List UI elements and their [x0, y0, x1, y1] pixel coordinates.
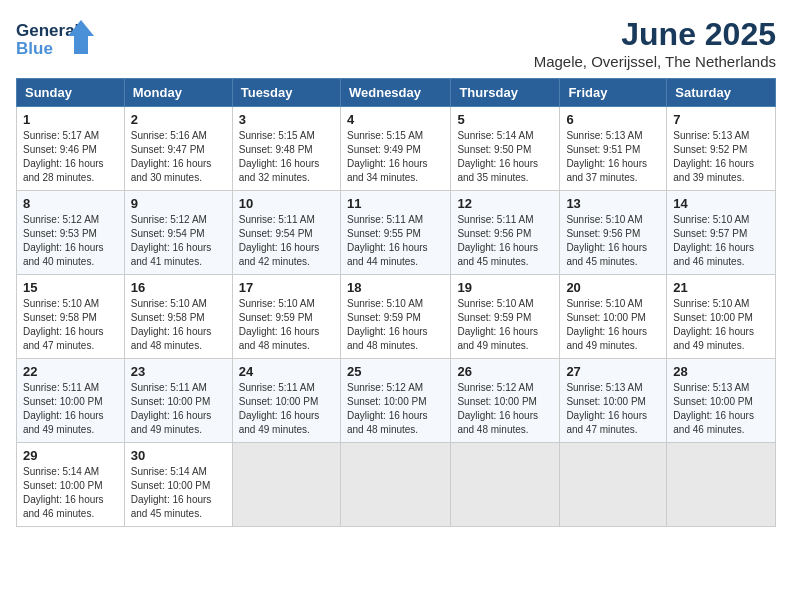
weekday-header: Sunday	[17, 79, 125, 107]
day-number: 26	[457, 364, 553, 379]
day-info: Sunrise: 5:13 AM Sunset: 9:52 PM Dayligh…	[673, 129, 769, 185]
calendar-day-cell	[232, 443, 340, 527]
day-number: 23	[131, 364, 226, 379]
calendar-day-cell: 19Sunrise: 5:10 AM Sunset: 9:59 PM Dayli…	[451, 275, 560, 359]
calendar-day-cell: 16Sunrise: 5:10 AM Sunset: 9:58 PM Dayli…	[124, 275, 232, 359]
weekday-header: Thursday	[451, 79, 560, 107]
day-number: 13	[566, 196, 660, 211]
calendar-day-cell	[560, 443, 667, 527]
calendar-day-cell: 20Sunrise: 5:10 AM Sunset: 10:00 PM Dayl…	[560, 275, 667, 359]
day-info: Sunrise: 5:11 AM Sunset: 10:00 PM Daylig…	[23, 381, 118, 437]
weekday-header: Friday	[560, 79, 667, 107]
calendar-day-cell: 21Sunrise: 5:10 AM Sunset: 10:00 PM Dayl…	[667, 275, 776, 359]
calendar-day-cell: 13Sunrise: 5:10 AM Sunset: 9:56 PM Dayli…	[560, 191, 667, 275]
page-header: GeneralBlue June 2025 Magele, Overijssel…	[16, 16, 776, 70]
day-number: 9	[131, 196, 226, 211]
calendar-day-cell: 26Sunrise: 5:12 AM Sunset: 10:00 PM Dayl…	[451, 359, 560, 443]
day-number: 29	[23, 448, 118, 463]
day-info: Sunrise: 5:11 AM Sunset: 10:00 PM Daylig…	[131, 381, 226, 437]
calendar-day-cell: 5Sunrise: 5:14 AM Sunset: 9:50 PM Daylig…	[451, 107, 560, 191]
day-info: Sunrise: 5:15 AM Sunset: 9:49 PM Dayligh…	[347, 129, 444, 185]
day-number: 21	[673, 280, 769, 295]
day-number: 8	[23, 196, 118, 211]
calendar-day-cell: 29Sunrise: 5:14 AM Sunset: 10:00 PM Dayl…	[17, 443, 125, 527]
calendar-week-row: 8Sunrise: 5:12 AM Sunset: 9:53 PM Daylig…	[17, 191, 776, 275]
day-number: 30	[131, 448, 226, 463]
day-info: Sunrise: 5:10 AM Sunset: 10:00 PM Daylig…	[673, 297, 769, 353]
day-number: 4	[347, 112, 444, 127]
day-number: 28	[673, 364, 769, 379]
day-info: Sunrise: 5:10 AM Sunset: 9:56 PM Dayligh…	[566, 213, 660, 269]
day-info: Sunrise: 5:12 AM Sunset: 10:00 PM Daylig…	[347, 381, 444, 437]
calendar-day-cell: 2Sunrise: 5:16 AM Sunset: 9:47 PM Daylig…	[124, 107, 232, 191]
day-number: 27	[566, 364, 660, 379]
weekday-header: Monday	[124, 79, 232, 107]
day-number: 5	[457, 112, 553, 127]
calendar-week-row: 15Sunrise: 5:10 AM Sunset: 9:58 PM Dayli…	[17, 275, 776, 359]
day-number: 20	[566, 280, 660, 295]
day-info: Sunrise: 5:10 AM Sunset: 9:59 PM Dayligh…	[347, 297, 444, 353]
day-info: Sunrise: 5:12 AM Sunset: 9:53 PM Dayligh…	[23, 213, 118, 269]
day-number: 2	[131, 112, 226, 127]
day-info: Sunrise: 5:11 AM Sunset: 10:00 PM Daylig…	[239, 381, 334, 437]
calendar-day-cell: 18Sunrise: 5:10 AM Sunset: 9:59 PM Dayli…	[340, 275, 450, 359]
day-info: Sunrise: 5:16 AM Sunset: 9:47 PM Dayligh…	[131, 129, 226, 185]
calendar-day-cell: 3Sunrise: 5:15 AM Sunset: 9:48 PM Daylig…	[232, 107, 340, 191]
logo: GeneralBlue	[16, 16, 96, 60]
day-number: 1	[23, 112, 118, 127]
weekday-header: Saturday	[667, 79, 776, 107]
calendar-table: SundayMondayTuesdayWednesdayThursdayFrid…	[16, 78, 776, 527]
day-number: 24	[239, 364, 334, 379]
day-number: 6	[566, 112, 660, 127]
day-info: Sunrise: 5:10 AM Sunset: 9:59 PM Dayligh…	[457, 297, 553, 353]
calendar-day-cell: 30Sunrise: 5:14 AM Sunset: 10:00 PM Dayl…	[124, 443, 232, 527]
calendar-week-row: 29Sunrise: 5:14 AM Sunset: 10:00 PM Dayl…	[17, 443, 776, 527]
day-info: Sunrise: 5:17 AM Sunset: 9:46 PM Dayligh…	[23, 129, 118, 185]
day-info: Sunrise: 5:14 AM Sunset: 10:00 PM Daylig…	[131, 465, 226, 521]
calendar-day-cell: 22Sunrise: 5:11 AM Sunset: 10:00 PM Dayl…	[17, 359, 125, 443]
day-number: 10	[239, 196, 334, 211]
day-info: Sunrise: 5:13 AM Sunset: 9:51 PM Dayligh…	[566, 129, 660, 185]
day-info: Sunrise: 5:14 AM Sunset: 10:00 PM Daylig…	[23, 465, 118, 521]
logo-svg: GeneralBlue	[16, 16, 96, 60]
calendar-day-cell: 4Sunrise: 5:15 AM Sunset: 9:49 PM Daylig…	[340, 107, 450, 191]
day-info: Sunrise: 5:12 AM Sunset: 9:54 PM Dayligh…	[131, 213, 226, 269]
calendar-day-cell: 12Sunrise: 5:11 AM Sunset: 9:56 PM Dayli…	[451, 191, 560, 275]
day-number: 16	[131, 280, 226, 295]
calendar-day-cell: 1Sunrise: 5:17 AM Sunset: 9:46 PM Daylig…	[17, 107, 125, 191]
calendar-day-cell: 7Sunrise: 5:13 AM Sunset: 9:52 PM Daylig…	[667, 107, 776, 191]
calendar-day-cell: 24Sunrise: 5:11 AM Sunset: 10:00 PM Dayl…	[232, 359, 340, 443]
day-info: Sunrise: 5:11 AM Sunset: 9:54 PM Dayligh…	[239, 213, 334, 269]
calendar-header-row: SundayMondayTuesdayWednesdayThursdayFrid…	[17, 79, 776, 107]
location: Magele, Overijssel, The Netherlands	[534, 53, 776, 70]
day-info: Sunrise: 5:11 AM Sunset: 9:56 PM Dayligh…	[457, 213, 553, 269]
calendar-day-cell: 14Sunrise: 5:10 AM Sunset: 9:57 PM Dayli…	[667, 191, 776, 275]
calendar-day-cell: 23Sunrise: 5:11 AM Sunset: 10:00 PM Dayl…	[124, 359, 232, 443]
calendar-week-row: 1Sunrise: 5:17 AM Sunset: 9:46 PM Daylig…	[17, 107, 776, 191]
day-info: Sunrise: 5:13 AM Sunset: 10:00 PM Daylig…	[566, 381, 660, 437]
calendar-day-cell: 6Sunrise: 5:13 AM Sunset: 9:51 PM Daylig…	[560, 107, 667, 191]
day-info: Sunrise: 5:11 AM Sunset: 9:55 PM Dayligh…	[347, 213, 444, 269]
day-number: 11	[347, 196, 444, 211]
title-block: June 2025 Magele, Overijssel, The Nether…	[534, 16, 776, 70]
day-number: 12	[457, 196, 553, 211]
day-info: Sunrise: 5:13 AM Sunset: 10:00 PM Daylig…	[673, 381, 769, 437]
day-number: 18	[347, 280, 444, 295]
calendar-day-cell: 9Sunrise: 5:12 AM Sunset: 9:54 PM Daylig…	[124, 191, 232, 275]
day-info: Sunrise: 5:14 AM Sunset: 9:50 PM Dayligh…	[457, 129, 553, 185]
day-number: 14	[673, 196, 769, 211]
day-info: Sunrise: 5:10 AM Sunset: 9:59 PM Dayligh…	[239, 297, 334, 353]
day-number: 3	[239, 112, 334, 127]
day-number: 19	[457, 280, 553, 295]
weekday-header: Tuesday	[232, 79, 340, 107]
calendar-day-cell	[340, 443, 450, 527]
day-info: Sunrise: 5:15 AM Sunset: 9:48 PM Dayligh…	[239, 129, 334, 185]
calendar-day-cell: 17Sunrise: 5:10 AM Sunset: 9:59 PM Dayli…	[232, 275, 340, 359]
calendar-day-cell	[451, 443, 560, 527]
month-title: June 2025	[534, 16, 776, 53]
day-number: 22	[23, 364, 118, 379]
day-number: 17	[239, 280, 334, 295]
calendar-day-cell: 28Sunrise: 5:13 AM Sunset: 10:00 PM Dayl…	[667, 359, 776, 443]
calendar-day-cell: 27Sunrise: 5:13 AM Sunset: 10:00 PM Dayl…	[560, 359, 667, 443]
day-info: Sunrise: 5:10 AM Sunset: 9:57 PM Dayligh…	[673, 213, 769, 269]
